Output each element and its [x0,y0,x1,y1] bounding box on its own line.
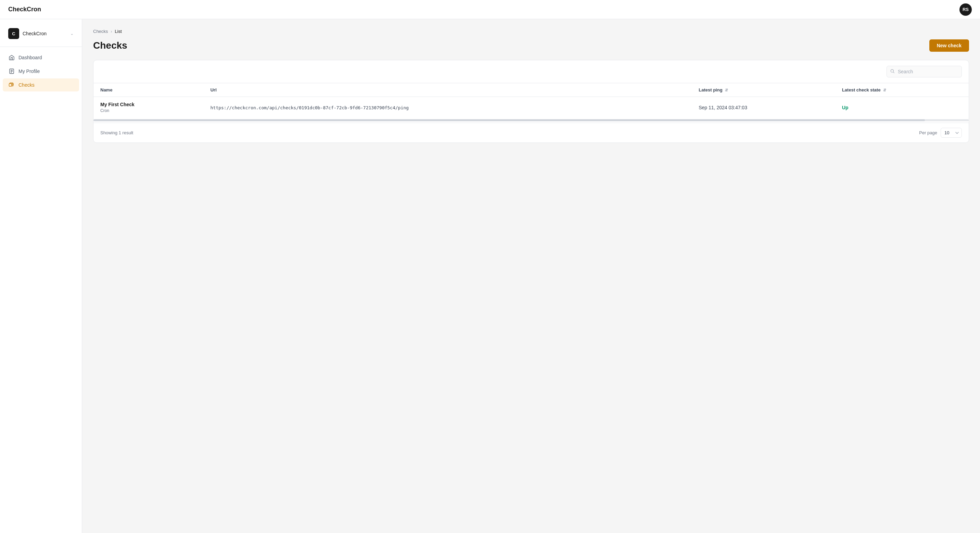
top-navbar: CheckCron RS [0,0,980,19]
table-scroll-bar[interactable] [94,119,969,121]
page-title: Checks [93,40,127,51]
breadcrumb-checks-link[interactable]: Checks [93,29,108,34]
main-content: Checks › List Checks New check [82,19,980,533]
breadcrumb-separator: › [111,29,112,34]
table-scroll-bar-thumb [94,119,925,121]
showing-result: Showing 1 result [100,130,133,135]
check-type: Cron [100,108,197,113]
latest-ping-value: Sep 11, 2024 03:47:03 [699,105,748,110]
sidebar-org-name: CheckCron [22,31,67,36]
sidebar-org-switcher[interactable]: C CheckCron ⌄ [3,25,79,43]
sidebar-divider [0,46,82,47]
new-check-button[interactable]: New check [929,40,969,52]
sidebar-org-icon: C [8,28,19,39]
checks-table: Name Url Latest ping ⇵ Latest check stat… [94,83,969,118]
check-name: My First Check [100,102,197,107]
col-header-name: Name [94,83,204,97]
breadcrumb: Checks › List [93,29,969,34]
table-body: My First Check Cron https://checkcron.co… [94,97,969,118]
sidebar-item-my-profile[interactable]: My Profile [3,65,79,78]
sidebar-item-dashboard-label: Dashboard [19,55,42,60]
table-footer: Showing 1 result Per page 10 25 50 100 [94,123,969,143]
sidebar-item-checks[interactable]: Checks [3,78,79,91]
per-page-label: Per page [919,130,937,135]
page-header: Checks New check [93,40,969,52]
sort-icon-latest-ping: ⇵ [725,88,728,92]
table-toolbar [94,60,969,83]
sidebar: C CheckCron ⌄ Dashboard My Pro [0,19,82,533]
table-header: Name Url Latest ping ⇵ Latest check stat… [94,83,969,97]
check-state-value: Up [842,105,848,110]
checks-icon [8,81,15,88]
search-input[interactable] [886,66,962,77]
user-avatar[interactable]: RS [959,3,972,16]
search-wrapper [886,66,962,77]
home-icon [8,54,15,61]
per-page-select[interactable]: 10 25 50 100 [940,128,962,138]
breadcrumb-list: List [115,29,122,34]
cell-latest-ping: Sep 11, 2024 03:47:03 [692,97,835,118]
svg-line-3 [893,72,894,73]
cell-latest-check-state: Up [835,97,969,118]
cell-url: https://checkcron.com/api/checks/0191dc0… [204,97,692,118]
sidebar-item-checks-label: Checks [19,82,35,88]
checks-table-card: Name Url Latest ping ⇵ Latest check stat… [93,60,969,143]
sort-icon-latest-check-state: ⇵ [883,88,886,92]
search-icon [890,69,895,75]
profile-icon [8,68,15,75]
per-page-wrapper: Per page 10 25 50 100 [919,128,962,138]
col-header-latest-check-state[interactable]: Latest check state ⇵ [835,83,969,97]
sidebar-item-dashboard[interactable]: Dashboard [3,51,79,64]
sidebar-item-my-profile-label: My Profile [19,68,40,74]
cell-name: My First Check Cron [94,97,204,118]
chevron-down-icon: ⌄ [70,31,74,36]
col-header-url: Url [204,83,692,97]
svg-rect-1 [9,84,12,86]
svg-point-2 [891,70,893,72]
table-row[interactable]: My First Check Cron https://checkcron.co… [94,97,969,118]
check-url: https://checkcron.com/api/checks/0191dc0… [210,105,409,110]
col-header-latest-ping[interactable]: Latest ping ⇵ [692,83,835,97]
app-brand: CheckCron [8,6,41,13]
